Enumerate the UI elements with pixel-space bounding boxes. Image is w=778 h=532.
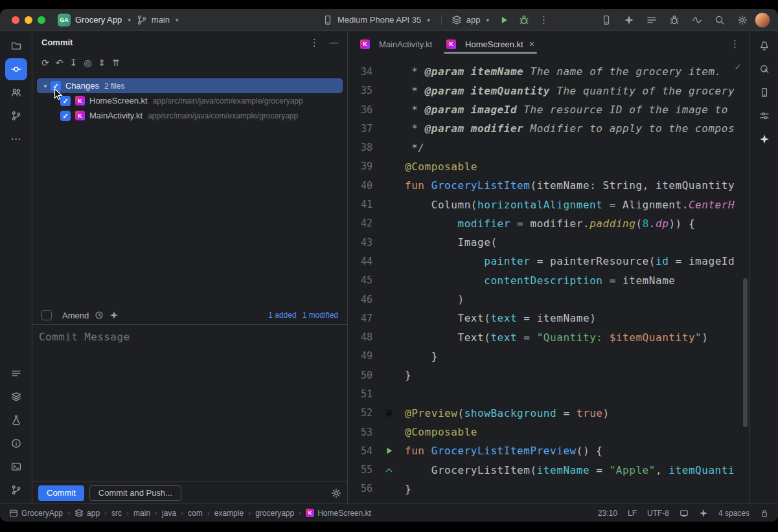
build-button[interactable] — [5, 386, 27, 408]
breadcrumb-item[interactable]: app — [74, 509, 100, 518]
commit-and-push-button[interactable]: Commit and Push... — [89, 485, 181, 501]
breadcrumb-item[interactable]: KHomeScreen.kt — [306, 509, 371, 518]
gemini-ai-icon[interactable] — [624, 15, 634, 25]
show-diff-icon[interactable]: ◎ — [84, 58, 91, 68]
commit-message-input[interactable]: Commit Message — [32, 324, 347, 482]
gemini-button[interactable] — [753, 128, 775, 150]
close-window-button[interactable] — [12, 16, 19, 24]
app-inspection-button[interactable] — [5, 409, 27, 431]
expand-collapse-icon[interactable]: ▾ — [40, 83, 51, 89]
tab-homescreen-kt[interactable]: KHomeScreen.kt× — [439, 31, 542, 57]
line-number: 43 — [348, 237, 372, 249]
close-icon[interactable]: × — [529, 39, 534, 49]
breadcrumb-item[interactable]: groceryapp — [255, 509, 294, 518]
minimize-window-button[interactable] — [25, 16, 32, 24]
readonly-toggle-icon[interactable] — [760, 509, 769, 518]
breadcrumb-separator: › — [67, 509, 70, 518]
rollback-icon[interactable]: ↶ — [56, 58, 63, 68]
avatar[interactable] — [755, 12, 770, 28]
branch-selector[interactable]: main — [152, 15, 170, 25]
breadcrumb-item[interactable]: java — [162, 509, 176, 518]
gear-gutter-icon[interactable] — [384, 408, 394, 418]
gemini-status-icon[interactable] — [699, 509, 708, 518]
commit-history-icon[interactable] — [95, 311, 104, 320]
breadcrumb-item[interactable]: main — [133, 509, 150, 518]
code-text: @Composable — [405, 161, 749, 173]
problems-button[interactable] — [5, 432, 27, 454]
commit-button[interactable]: Commit — [38, 485, 84, 501]
amend-checkbox[interactable] — [41, 310, 52, 320]
caret-position[interactable]: 23:10 — [598, 509, 617, 518]
code-line-42: 42 modifier = modifier.padding(8.dp)) { — [348, 214, 749, 233]
app-quality-insights-icon[interactable] — [669, 15, 680, 25]
more-tabs-icon[interactable]: ⋮ — [730, 38, 740, 50]
notifications-button[interactable] — [753, 35, 775, 57]
more-tool-windows-button[interactable]: ⋯ — [5, 128, 27, 150]
project-button[interactable] — [5, 35, 27, 57]
breadcrumb-item[interactable]: GroceryApp — [9, 509, 63, 518]
inspection-status-icon[interactable]: ✓ — [735, 61, 741, 72]
profiler-icon[interactable] — [692, 15, 702, 25]
line-number: 55 — [348, 464, 372, 476]
editor-tabbar: KMainActivity.ktKHomeScreen.kt×⋮ — [348, 31, 749, 57]
commit-options-gear-icon[interactable] — [331, 488, 341, 498]
zoom-window-button[interactable] — [38, 16, 45, 24]
apply-changes-gutter-icon[interactable] — [384, 465, 394, 475]
tab-mainactivity-kt[interactable]: KMainActivity.kt — [353, 31, 439, 57]
panel-options-button[interactable]: ⋮ — [310, 38, 319, 48]
line-separator[interactable]: LF — [628, 509, 637, 518]
terminal-button[interactable] — [5, 456, 27, 478]
code-line-37: 37 * @param modifier Modifier to apply t… — [348, 119, 749, 138]
commit-button[interactable] — [5, 58, 27, 80]
expand-all-icon[interactable]: ⇕ — [98, 58, 106, 68]
debug-button[interactable] — [519, 15, 529, 25]
layout-inspector-button[interactable] — [753, 105, 775, 127]
run-config-selector[interactable]: app — [466, 15, 481, 25]
line-number: 37 — [348, 123, 372, 135]
collapse-all-icon[interactable]: ⇈ — [112, 58, 120, 68]
structure-button[interactable] — [5, 82, 27, 104]
code-line-40: 40fun GroceryListItem(itemName: String, … — [348, 176, 749, 195]
amend-label: Amend — [62, 311, 89, 320]
running-devices-icon[interactable] — [601, 15, 612, 25]
more-icon: ⋯ — [11, 133, 21, 145]
encoding[interactable]: UTF-8 — [647, 509, 669, 518]
breadcrumb-label: HomeScreen.kt — [317, 509, 371, 518]
todo-button[interactable] — [5, 362, 27, 384]
screen-sharing-icon[interactable] — [680, 509, 689, 518]
refresh-icon[interactable]: ⟳ — [41, 58, 49, 68]
device-manager-button[interactable] — [753, 82, 775, 104]
file-path: app/src/main/java/com/example/groceryapp — [148, 111, 298, 120]
run-button[interactable] — [499, 15, 509, 25]
version-control-button[interactable] — [5, 479, 27, 501]
breadcrumb-item[interactable]: com — [188, 509, 203, 518]
code-line-38: 38 */ — [348, 138, 749, 157]
run-preview-gutter-icon[interactable] — [384, 446, 394, 456]
shelve-icon[interactable]: ↧ — [69, 58, 77, 68]
logcat-icon[interactable] — [646, 15, 657, 25]
gradle-button[interactable] — [753, 58, 775, 80]
project-selector[interactable]: Grocery App — [75, 15, 122, 25]
titlebar: GA Grocery App ▾ main ▾ Medium Phone API… — [0, 9, 778, 31]
search-everywhere-icon[interactable] — [715, 15, 725, 25]
changes-root-row[interactable]: ▾ ✓ Changes 2 files — [37, 78, 343, 93]
kotlin-file-icon: K — [75, 96, 89, 105]
file-checkbox[interactable]: ✓ — [60, 111, 71, 121]
changed-file-row[interactable]: ✓KHomeScreen.ktapp/src/main/java/com/exa… — [32, 93, 347, 108]
breadcrumb-item[interactable]: src — [111, 509, 122, 518]
kotlin-icon: K — [306, 509, 314, 517]
device-selector[interactable]: Medium Phone API 35 — [338, 15, 421, 25]
pull-requests-button[interactable] — [5, 105, 27, 127]
ai-commit-message-icon[interactable] — [109, 311, 119, 320]
code-line-35: 35 * @param itemQuantity The quantity of… — [348, 82, 749, 100]
more-actions-button[interactable]: ⋮ — [539, 15, 549, 25]
code-area[interactable]: 33 *34 * @param itemName The name of the… — [348, 57, 749, 504]
hide-panel-button[interactable]: — — [330, 38, 338, 47]
editor-scrollbar[interactable] — [743, 278, 748, 427]
breadcrumb-item[interactable]: example — [214, 509, 244, 518]
chevron-down-icon: ▾ — [486, 17, 490, 23]
indent[interactable]: 4 spaces — [718, 509, 749, 518]
settings-icon[interactable] — [737, 15, 748, 25]
breadcrumb-separator: › — [181, 509, 183, 518]
changed-file-row[interactable]: ✓KMainActivity.ktapp/src/main/java/com/e… — [32, 108, 347, 123]
